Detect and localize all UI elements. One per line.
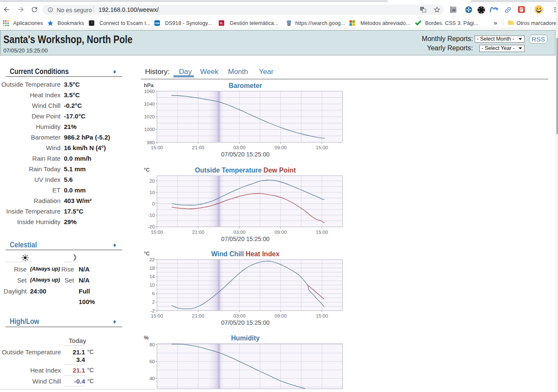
svg-text:15:00: 15:00	[316, 230, 328, 235]
svg-text:09:00: 09:00	[275, 313, 287, 318]
svg-text:80: 80	[149, 342, 155, 347]
svg-text:03:00: 03:00	[234, 313, 246, 318]
svg-text:18: 18	[149, 266, 155, 271]
svg-text:22: 22	[149, 257, 155, 262]
svg-text:15:00: 15:00	[151, 230, 163, 235]
svg-text:15:00: 15:00	[151, 145, 163, 150]
svg-text:03:00: 03:00	[234, 145, 246, 150]
svg-text:21:00: 21:00	[192, 230, 204, 235]
svg-text:14: 14	[149, 274, 155, 279]
svg-text:Outside Temperature Dew Point: Outside Temperature Dew Point	[195, 167, 296, 174]
svg-text:15:00: 15:00	[151, 313, 163, 318]
svg-text:0: 0	[152, 201, 155, 206]
svg-text:1020: 1020	[144, 114, 155, 119]
svg-text:6: 6	[152, 291, 155, 296]
svg-text:09:00: 09:00	[275, 145, 287, 150]
svg-text:2: 2	[152, 299, 155, 304]
svg-text:20: 20	[149, 178, 155, 184]
svg-text:1000: 1000	[144, 127, 155, 132]
svg-text:15:00: 15:00	[316, 145, 328, 150]
svg-text:1060: 1060	[144, 89, 155, 94]
svg-text:1040: 1040	[144, 101, 155, 107]
svg-text:°C: °C	[144, 251, 150, 257]
svg-text:40: 40	[149, 376, 155, 381]
svg-text:60: 60	[149, 359, 155, 364]
svg-text:10: 10	[149, 282, 155, 288]
svg-text:03:00: 03:00	[234, 230, 246, 235]
svg-text:%: %	[144, 335, 148, 341]
svg-text:07/05/20 15:25:00: 07/05/20 15:25:00	[221, 151, 270, 158]
svg-text:Humidity: Humidity	[231, 334, 260, 342]
svg-text:-2: -2	[151, 308, 155, 313]
svg-text:09:00: 09:00	[275, 230, 287, 235]
svg-text:21:00: 21:00	[192, 145, 204, 150]
svg-text:07/05/20 15:25:00: 07/05/20 15:25:00	[221, 319, 270, 326]
svg-text:hPa: hPa	[144, 82, 154, 88]
svg-text:-10: -10	[148, 213, 155, 218]
svg-text:°C: °C	[144, 167, 150, 173]
svg-text:-20: -20	[148, 224, 155, 229]
svg-text:21:00: 21:00	[192, 313, 204, 318]
svg-text:Wind Chill Heat Index: Wind Chill Heat Index	[211, 250, 280, 258]
svg-text:Barometer: Barometer	[228, 82, 262, 89]
svg-text:07/05/20 15:25:00: 07/05/20 15:25:00	[221, 236, 270, 242]
svg-text:980: 980	[147, 140, 155, 145]
svg-text:10: 10	[149, 190, 155, 195]
svg-text:15:00: 15:00	[316, 313, 328, 318]
